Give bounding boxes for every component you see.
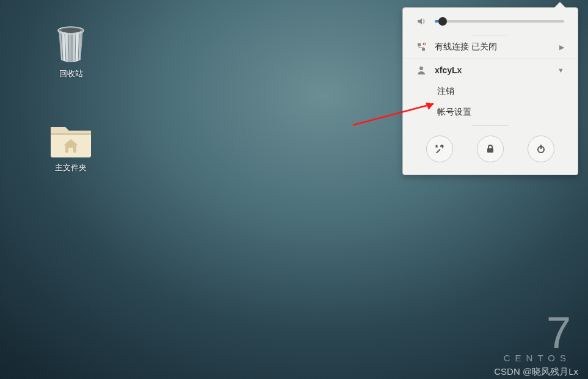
volume-slider[interactable]	[435, 20, 564, 23]
watermark: CSDN @晓风残月Lx	[494, 366, 578, 378]
trash-icon	[53, 22, 89, 65]
lock-icon	[485, 144, 495, 154]
desktop-icon-label: 回收站	[40, 68, 101, 79]
os-brand: 7 CENTOS	[504, 314, 571, 363]
volume-thumb[interactable]	[438, 17, 447, 26]
system-menu: 有线连接 已关闭 ▶ xfcyLx ▼ 注销 帐号设置	[402, 7, 578, 175]
os-version: 7	[504, 314, 571, 352]
os-name: CENTOS	[504, 353, 571, 363]
svg-rect-9	[68, 148, 73, 153]
desktop-icon-home[interactable]: 主文件夹	[40, 120, 101, 173]
svg-point-8	[61, 28, 81, 33]
settings-button[interactable]	[426, 135, 453, 162]
power-button[interactable]	[528, 135, 554, 162]
power-icon	[536, 144, 546, 154]
volume-row	[403, 8, 578, 32]
svg-rect-11	[422, 48, 425, 51]
chevron-down-icon: ▼	[557, 67, 564, 74]
desktop: 回收站 主文件夹 有线连接 已关闭 ▶	[0, 0, 588, 379]
account-settings-label: 帐号设置	[437, 107, 471, 117]
network-label: 有线连接 已关闭	[435, 42, 551, 52]
lock-button[interactable]	[477, 135, 504, 162]
volume-icon	[416, 16, 426, 26]
tools-icon	[434, 143, 445, 154]
desktop-icon-label: 主文件夹	[40, 162, 101, 173]
svg-point-13	[419, 67, 423, 70]
svg-rect-14	[487, 148, 493, 153]
svg-rect-16	[540, 145, 542, 149]
folder-home-icon	[48, 120, 93, 159]
user-row[interactable]: xfcyLx ▼	[403, 59, 578, 81]
logout-label: 注销	[437, 86, 454, 96]
user-icon	[416, 65, 426, 75]
account-settings-item[interactable]: 帐号设置	[403, 102, 578, 123]
svg-rect-10	[418, 43, 421, 46]
wired-network-off-icon	[416, 42, 426, 52]
action-button-row	[403, 126, 578, 175]
logout-item[interactable]: 注销	[403, 81, 578, 102]
network-row[interactable]: 有线连接 已关闭 ▶	[403, 35, 578, 59]
desktop-icon-trash[interactable]: 回收站	[40, 22, 101, 79]
chevron-right-icon: ▶	[559, 43, 564, 51]
username-label: xfcyLx	[435, 65, 549, 75]
